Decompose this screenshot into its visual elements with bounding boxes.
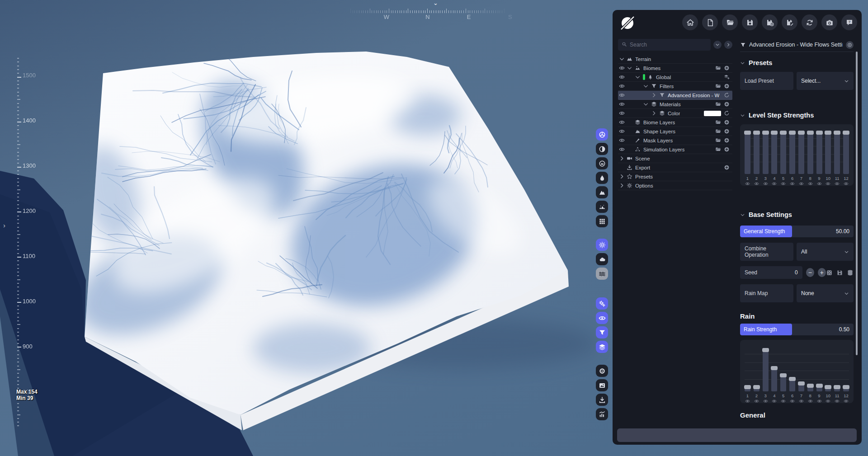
level-slider-8[interactable]: 8 — [807, 350, 814, 404]
folder-button[interactable] — [715, 146, 721, 152]
save-add-button[interactable] — [762, 14, 778, 30]
level-slider-1[interactable]: 1 — [744, 350, 751, 404]
plus-button[interactable] — [724, 83, 730, 89]
expand-chevron[interactable] — [635, 74, 643, 80]
level-slider-8[interactable]: 8 — [807, 134, 814, 186]
rain-map-select[interactable]: None — [797, 284, 854, 302]
slider-visibility-toggle[interactable] — [781, 399, 786, 404]
slider-visibility-toggle[interactable] — [790, 181, 795, 186]
rain-levels-chart[interactable]: 123456789101112 — [740, 340, 854, 403]
plus-button[interactable] — [724, 165, 730, 170]
expand-chevron[interactable] — [651, 92, 659, 98]
level-slider-5[interactable]: 5 — [779, 350, 787, 404]
water-drop-button[interactable] — [596, 172, 608, 184]
image-button[interactable] — [596, 379, 608, 391]
expand-chevron[interactable] — [643, 101, 651, 107]
visibility-toggle[interactable] — [619, 65, 627, 71]
level-slider-7[interactable]: 7 — [797, 134, 805, 186]
slider-visibility-toggle[interactable] — [763, 181, 768, 186]
slider-visibility-toggle[interactable] — [826, 399, 830, 404]
settings-menu-button[interactable] — [846, 41, 854, 49]
tree-row-presets[interactable]: Presets — [618, 172, 732, 181]
general-strength-slider[interactable]: General Strength 50.00 — [740, 226, 854, 237]
combine-operation-select[interactable]: All — [797, 243, 854, 261]
slider-visibility-toggle[interactable] — [826, 181, 830, 186]
seed-save-small-button[interactable] — [836, 269, 843, 276]
level-slider-3[interactable]: 3 — [762, 134, 769, 186]
slider-visibility-toggle[interactable] — [763, 399, 768, 404]
section-level-step[interactable]: Level Step Strengths — [740, 112, 854, 119]
slider-visibility-toggle[interactable] — [799, 399, 804, 404]
collapse-all-button[interactable] — [713, 41, 722, 49]
seed-increment-button[interactable]: + — [818, 268, 826, 277]
level-slider-9[interactable]: 9 — [816, 134, 823, 186]
plus-button[interactable] — [724, 101, 730, 107]
layers-button[interactable] — [596, 341, 608, 353]
slider-visibility-toggle[interactable] — [817, 181, 822, 186]
slider-visibility-toggle[interactable] — [799, 181, 804, 186]
tree-row-options[interactable]: Options — [618, 181, 732, 190]
visibility-toggle[interactable] — [619, 74, 627, 80]
stats-button[interactable] — [596, 408, 608, 420]
expand-chevron[interactable] — [643, 83, 651, 89]
level-slider-2[interactable]: 2 — [753, 350, 760, 404]
save-button[interactable] — [742, 14, 758, 30]
view-sphere-button[interactable] — [596, 128, 608, 141]
screenshot-button[interactable] — [821, 14, 837, 30]
slider-visibility-toggle[interactable] — [844, 399, 849, 404]
cloud-button[interactable] — [596, 253, 608, 265]
tree-row-biomes[interactable]: Biomes — [618, 64, 732, 73]
view-contour-button[interactable] — [596, 157, 608, 169]
plus-button[interactable] — [724, 128, 730, 134]
level-slider-12[interactable]: 12 — [842, 350, 850, 404]
slider-visibility-toggle[interactable] — [817, 399, 822, 404]
seed-dice-button[interactable] — [826, 269, 833, 276]
slider-visibility-toggle[interactable] — [754, 181, 759, 186]
level-slider-5[interactable]: 5 — [779, 134, 787, 186]
rain-strength-slider[interactable]: Rain Strength 0.50 — [740, 324, 854, 335]
load-preset-select[interactable]: Select... — [797, 72, 854, 90]
tree-row-biome-layers[interactable]: Biome Layers — [618, 118, 732, 127]
level-slider-2[interactable]: 2 — [753, 134, 760, 186]
expand-chevron[interactable] — [619, 56, 627, 62]
level-slider-7[interactable]: 7 — [797, 350, 805, 404]
expand-chevron[interactable] — [619, 174, 627, 179]
level-slider-3[interactable]: 3 — [762, 350, 769, 404]
rocks-button[interactable] — [596, 201, 608, 213]
folder-button[interactable] — [715, 101, 721, 107]
plus-button[interactable] — [724, 146, 730, 152]
search-input[interactable]: Search — [618, 39, 711, 51]
level-slider-4[interactable]: 4 — [770, 134, 778, 186]
visibility-toggle[interactable] — [619, 146, 627, 152]
tree-row-terrain[interactable]: Terrain — [618, 55, 732, 64]
eye-button[interactable] — [596, 312, 608, 324]
tree-row-shape-layers[interactable]: Shape Layers — [618, 127, 732, 136]
open-project-button[interactable] — [722, 14, 738, 30]
view-shaded-button[interactable] — [596, 143, 608, 155]
section-presets[interactable]: Presets — [740, 59, 854, 66]
tree-row-global[interactable]: Global — [618, 73, 732, 82]
plus-button[interactable] — [724, 119, 730, 125]
expand-panel-button[interactable] — [724, 41, 732, 49]
tree-row-mask-layers[interactable]: Mask Layers — [618, 136, 732, 145]
sync-small-button[interactable] — [724, 92, 730, 98]
waves-button[interactable] — [596, 268, 608, 280]
download-button[interactable] — [596, 394, 608, 406]
level-slider-11[interactable]: 11 — [833, 350, 841, 404]
level-slider-11[interactable]: 11 — [833, 134, 841, 186]
layers-plus-button[interactable] — [724, 74, 730, 80]
slider-visibility-toggle[interactable] — [808, 399, 813, 404]
slider-visibility-toggle[interactable] — [790, 399, 795, 404]
tree-row-scene[interactable]: Scene — [618, 154, 732, 163]
level-slider-10[interactable]: 10 — [824, 134, 832, 186]
gears-button[interactable] — [596, 297, 608, 310]
mountain-button[interactable] — [596, 186, 608, 198]
expand-chevron[interactable] — [651, 110, 659, 116]
record-button[interactable] — [596, 365, 608, 377]
left-panel-expand-chevron[interactable]: › — [3, 221, 5, 229]
slider-visibility-toggle[interactable] — [772, 181, 777, 186]
level-slider-9[interactable]: 9 — [816, 350, 823, 404]
level-slider-10[interactable]: 10 — [824, 350, 832, 404]
level-slider-12[interactable]: 12 — [842, 134, 850, 186]
folder-button[interactable] — [715, 83, 721, 89]
